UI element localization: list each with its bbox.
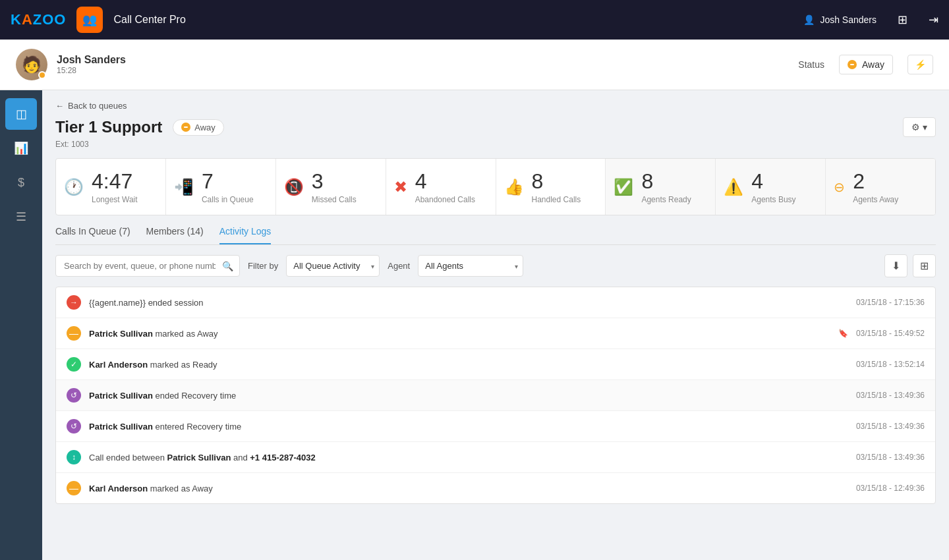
sidebar-item-list[interactable]: ☰ <box>5 201 37 233</box>
search-input[interactable] <box>55 255 240 277</box>
stat-label-longest-wait: Longest Wait <box>92 195 138 204</box>
user-info: Josh Sanders 15:28 <box>57 54 126 75</box>
stat-missed-calls: 📵 3 Missed Calls <box>276 159 386 215</box>
log-time-karl-away: 03/15/18 - 12:49:36 <box>856 484 925 493</box>
log-row: — Patrick Sullivan marked as Away 🔖 03/1… <box>56 318 935 349</box>
content-area: ← Back to queues Tier 1 Support Away ⚙ ▾… <box>42 90 949 560</box>
avatar-wrap: 🧑 <box>16 49 47 80</box>
back-arrow-icon: ← <box>55 101 64 111</box>
stat-label-agents-busy: Agents Busy <box>751 195 795 204</box>
tabs: Calls In Queue (7) Members (14) Activity… <box>55 226 936 245</box>
log-icon-recovery-enter: ↺ <box>67 419 81 434</box>
stat-agents-away: ⊖ 2 Agents Away <box>826 159 935 215</box>
sidebar: ◫ 📊 $ ☰ <box>0 90 42 560</box>
stat-value-calls-queue: 7 <box>202 169 254 194</box>
sidebar-item-dollar[interactable]: $ <box>5 167 37 198</box>
ext-text: Ext: 1003 <box>55 140 936 149</box>
stat-value-agents-away: 2 <box>853 169 898 194</box>
log-text-karl-away: Karl Anderson marked as Away <box>89 484 848 493</box>
back-link[interactable]: ← Back to queues <box>55 101 936 111</box>
app-title: Call Center Pro <box>113 14 185 26</box>
status-away-dot <box>848 60 857 69</box>
log-time-recovery-end: 03/15/18 - 13:49:36 <box>856 391 925 400</box>
abandoned-calls-icon: ✖ <box>394 178 407 196</box>
log-icon-karl-ready: ✓ <box>67 357 81 372</box>
stat-label-calls-queue: Calls in Queue <box>202 195 254 204</box>
agent-select[interactable]: All Agents <box>418 255 523 277</box>
away-badge[interactable]: Away <box>173 119 224 136</box>
nav-user-name: Josh Sanders <box>820 14 877 25</box>
log-row: ✓ Karl Anderson marked as Ready 03/15/18… <box>56 349 935 380</box>
user-time: 15:28 <box>57 66 126 75</box>
stat-label-abandoned-calls: Abandoned Calls <box>415 195 475 204</box>
status-label: Status <box>798 59 824 70</box>
log-icon-session-end: → <box>67 295 81 310</box>
stat-value-abandoned-calls: 4 <box>415 169 475 194</box>
log-icon-recovery-end: ↺ <box>67 388 81 403</box>
filter-select-wrap: All Queue Activity Missed Calls Agent Ev… <box>286 255 380 277</box>
settings-button[interactable]: ⚙ ▾ <box>903 117 936 137</box>
agents-busy-icon: ⚠️ <box>724 178 743 196</box>
log-text-recovery-end: Patrick Sullivan ended Recovery time <box>89 391 848 401</box>
tab-members[interactable]: Members (14) <box>146 226 204 244</box>
kazoo-logo: KAZOO <box>11 11 66 28</box>
stat-longest-wait: 🕐 4:47 Longest Wait <box>56 159 166 215</box>
grid-icon[interactable]: ⊞ <box>898 13 907 27</box>
sidebar-item-stats[interactable]: 📊 <box>5 132 37 164</box>
queue-status: Away <box>194 123 216 132</box>
clock-icon: 🕐 <box>64 178 84 196</box>
agent-label: Agent <box>388 261 410 271</box>
stat-value-longest-wait: 4:47 <box>92 169 138 194</box>
log-time-patrick-away: 03/15/18 - 15:49:52 <box>856 329 925 338</box>
grid-view-button[interactable]: ⊞ <box>913 254 936 277</box>
stat-label-missed-calls: Missed Calls <box>312 195 357 204</box>
log-row: — Karl Anderson marked as Away 03/15/18 … <box>56 473 935 503</box>
filter-row: 🔍 Filter by All Queue Activity Missed Ca… <box>55 254 936 277</box>
download-button[interactable]: ⬇ <box>884 254 907 277</box>
stat-value-agents-busy: 4 <box>751 169 795 194</box>
nav-user-icon: 👤 <box>803 14 815 25</box>
search-wrap: 🔍 <box>55 255 240 277</box>
log-time-call-ended: 03/15/18 - 13:49:36 <box>856 453 925 462</box>
logout-icon[interactable]: ⇥ <box>929 13 938 27</box>
queue-title: Tier 1 Support <box>55 118 162 136</box>
app-icon[interactable]: 👥 <box>76 7 103 33</box>
log-icon-call-ended: ↕ <box>67 450 81 464</box>
status-selector[interactable]: Away <box>839 55 893 74</box>
bookmark-icon[interactable]: 🔖 <box>838 329 848 338</box>
action-icons: ⬇ ⊞ <box>884 254 936 277</box>
tab-calls-in-queue[interactable]: Calls In Queue (7) <box>55 226 130 244</box>
stat-label-handled-calls: Handled Calls <box>532 195 581 204</box>
log-text-patrick-away: Patrick Sullivan marked as Away <box>89 329 828 339</box>
stats-grid: 🕐 4:47 Longest Wait 📲 7 Calls in Queue 📵 <box>55 158 936 215</box>
back-link-text: Back to queues <box>68 101 127 111</box>
stat-agents-busy: ⚠️ 4 Agents Busy <box>716 159 826 215</box>
tab-activity-logs[interactable]: Activity Logs <box>219 226 272 244</box>
log-row: ↺ Patrick Sullivan ended Recovery time 0… <box>56 380 935 411</box>
log-row: ↕ Call ended between Patrick Sullivan an… <box>56 442 935 473</box>
log-icon-karl-away: — <box>67 481 81 495</box>
log-time-session-end: 03/15/18 - 17:15:36 <box>856 298 925 307</box>
queue-header: Tier 1 Support Away ⚙ ▾ <box>55 117 936 137</box>
log-text-session-end: {{agent.name}} ended session <box>89 298 848 308</box>
search-icon: 🔍 <box>222 261 233 271</box>
log-text-karl-ready: Karl Anderson marked as Ready <box>89 360 848 370</box>
sidebar-item-layers[interactable]: ◫ <box>5 98 37 130</box>
stat-value-missed-calls: 3 <box>312 169 357 194</box>
stat-value-handled-calls: 8 <box>532 169 581 194</box>
stat-handled-calls: 👍 8 Handled Calls <box>496 159 606 215</box>
user-name: Josh Sanders <box>57 54 126 66</box>
log-text-call-ended: Call ended between Patrick Sullivan and … <box>89 453 848 462</box>
stat-calls-queue: 📲 7 Calls in Queue <box>166 159 276 215</box>
calls-queue-icon: 📲 <box>174 178 194 196</box>
log-table: → {{agent.name}} ended session 03/15/18 … <box>55 287 936 504</box>
user-header: 🧑 Josh Sanders 15:28 Status Away ⚡ <box>0 40 949 90</box>
content-inner: ← Back to queues Tier 1 Support Away ⚙ ▾… <box>42 90 949 515</box>
flash-button[interactable]: ⚡ <box>907 55 933 74</box>
filter-select[interactable]: All Queue Activity Missed Calls Agent Ev… <box>286 255 380 277</box>
log-text-recovery-enter: Patrick Sullivan entered Recovery time <box>89 422 848 432</box>
agent-select-wrap: All Agents ▾ <box>418 255 523 277</box>
agents-ready-icon: ✅ <box>614 178 633 196</box>
filter-by-label: Filter by <box>248 261 278 271</box>
stat-label-agents-away: Agents Away <box>853 195 898 204</box>
